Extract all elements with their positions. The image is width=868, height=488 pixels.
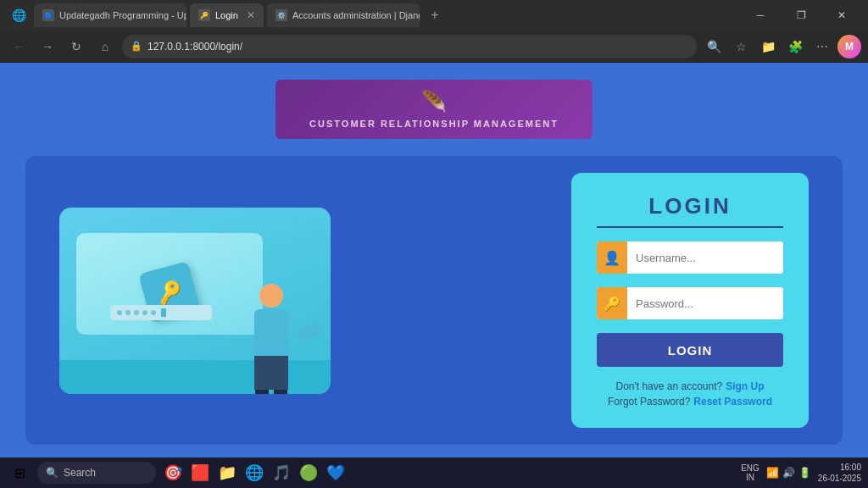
illus-dot-5	[151, 310, 156, 315]
taskbar-app-3[interactable]: 📁	[215, 461, 239, 485]
illus-dot-3	[134, 310, 139, 315]
reset-link[interactable]: Reset Password	[693, 396, 772, 408]
url-text: 127.0.0.1:8000/login/	[147, 41, 242, 53]
user-icon: 👤	[597, 241, 627, 274]
illus-arm	[296, 322, 324, 341]
login-title: LOGIN	[597, 193, 783, 228]
browser-tab-1[interactable]: 🔵 Updategadh Programming - Upd... ✕	[34, 3, 186, 27]
toolbar-actions: 🔍 ☆ 📁 🧩 ⋯ M	[702, 35, 861, 58]
browser-tab-3[interactable]: ⚙️ Accounts administration | Django... ✕	[267, 3, 420, 27]
illus-person	[246, 284, 297, 394]
time-display: 16:00	[840, 463, 861, 472]
address-bar[interactable]: 🔒 127.0.0.1:8000/login/	[122, 35, 697, 58]
taskbar-items: 🎯 🟥 📁 🌐 🎵 🟢 💙	[161, 461, 736, 485]
browser-titlebar: 🌐 🔵 Updategadh Programming - Upd... ✕ 🔑 …	[0, 0, 868, 30]
login-links: Don't have an account? Sign Up Forgot Pa…	[608, 380, 772, 408]
illus-keyboard	[110, 305, 212, 320]
signup-link[interactable]: Sign Up	[726, 380, 764, 392]
browser-chrome: 🌐 🔵 Updategadh Programming - Upd... ✕ 🔑 …	[0, 0, 868, 63]
taskbar-app-4[interactable]: 🌐	[242, 461, 266, 485]
forward-button[interactable]: →	[36, 35, 59, 58]
tab3-label: Accounts administration | Django...	[292, 10, 420, 20]
extensions-btn[interactable]: 🧩	[783, 35, 807, 58]
home-button[interactable]: ⌂	[93, 35, 117, 58]
signup-line: Don't have an account? Sign Up	[615, 380, 764, 392]
search-btn[interactable]: 🔍	[702, 35, 726, 58]
star-btn[interactable]: ☆	[729, 35, 753, 58]
taskbar-right: ENGIN 📶 🔊 🔋 16:00 26-01-2025	[741, 462, 861, 484]
back-button[interactable]: ←	[7, 35, 31, 58]
browser-tab-2[interactable]: 🔑 Login ✕	[190, 3, 264, 27]
taskbar-search-text: Search	[64, 467, 96, 479]
start-button[interactable]: ⊞	[7, 463, 32, 483]
taskbar-app-2[interactable]: 🟥	[188, 461, 212, 485]
taskbar-clock: 16:00 26-01-2025	[818, 462, 861, 484]
illus-dot-4	[142, 310, 147, 315]
tab2-favicon: 🔑	[198, 9, 210, 21]
window-controls: ─ ❐ ✕	[741, 3, 861, 27]
volume-icon: 🔊	[782, 467, 795, 479]
username-input[interactable]	[627, 241, 783, 274]
battery-icon: 🔋	[798, 467, 811, 479]
taskbar-lang: ENGIN	[741, 463, 760, 482]
taskbar-sys-icons: 📶 🔊 🔋	[766, 467, 811, 479]
illus-cursor	[161, 308, 166, 317]
shoe-right	[274, 390, 287, 394]
close-button[interactable]: ✕	[822, 3, 861, 27]
login-illustration: 🔑	[59, 208, 331, 394]
taskbar-app-6[interactable]: 🟢	[297, 461, 320, 485]
password-input[interactable]	[627, 287, 783, 319]
date-display: 26-01-2025	[818, 474, 861, 483]
username-input-group: 👤	[597, 241, 783, 274]
shoe-left	[255, 390, 269, 394]
tab2-close[interactable]: ✕	[247, 9, 255, 21]
tab2-label: Login	[215, 10, 238, 20]
illus-dot-2	[125, 310, 131, 315]
taskbar-app-7[interactable]: 💙	[324, 461, 348, 485]
key-icon: 🔑	[597, 287, 627, 319]
leaf-icon: 🪶	[421, 90, 447, 114]
maximize-button[interactable]: ❐	[782, 3, 821, 27]
person-shoes	[246, 390, 297, 394]
taskbar-search[interactable]: 🔍 Search	[37, 462, 156, 484]
taskbar-app-1[interactable]: 🎯	[161, 461, 185, 485]
person-leg-left	[254, 356, 270, 390]
browser-toolbar: ← → ↻ ⌂ 🔒 127.0.0.1:8000/login/ 🔍 ☆ 📁 🧩 …	[0, 30, 868, 63]
page-content: 🪶 CUSTOMER RELATIONSHIP MANAGEMENT 🔑	[0, 63, 868, 458]
login-panel: LOGIN 👤 🔑 Login Don't have an account? S…	[571, 173, 809, 428]
password-input-group: 🔑	[597, 287, 783, 319]
taskbar-app-5[interactable]: 🎵	[270, 461, 293, 485]
refresh-button[interactable]: ↻	[64, 35, 88, 58]
tab1-label: Updategadh Programming - Upd...	[59, 10, 186, 20]
tab1-favicon: 🔵	[42, 9, 54, 21]
person-head	[259, 284, 283, 308]
person-leg-right	[273, 356, 288, 390]
browser-favicon: 🌐	[7, 3, 31, 27]
illus-dot-1	[117, 310, 122, 315]
person-legs	[254, 356, 288, 390]
login-button[interactable]: Login	[597, 333, 783, 367]
profile-avatar[interactable]: M	[837, 35, 861, 58]
taskbar: ⊞ 🔍 Search 🎯 🟥 📁 🌐 🎵 🟢 💙 ENGIN 📶 🔊 🔋 16:…	[0, 458, 868, 488]
main-area: 🔑	[25, 156, 843, 445]
secure-icon: 🔒	[131, 41, 142, 52]
tab3-favicon: ⚙️	[275, 9, 287, 21]
forgot-text: Forgot Password?	[608, 396, 690, 408]
logo-title: CUSTOMER RELATIONSHIP MANAGEMENT	[309, 119, 559, 129]
reset-line: Forgot Password? Reset Password	[608, 396, 772, 408]
minimize-button[interactable]: ─	[741, 3, 780, 27]
collections-btn[interactable]: 📁	[756, 35, 780, 58]
logo-banner: 🪶 CUSTOMER RELATIONSHIP MANAGEMENT	[275, 80, 593, 139]
no-account-text: Don't have an account?	[615, 380, 722, 392]
taskbar-search-icon: 🔍	[46, 467, 58, 479]
menu-btn[interactable]: ⋯	[810, 35, 834, 58]
person-body	[254, 309, 288, 356]
new-tab-button[interactable]: +	[423, 3, 447, 27]
wifi-icon: 📶	[766, 467, 779, 479]
